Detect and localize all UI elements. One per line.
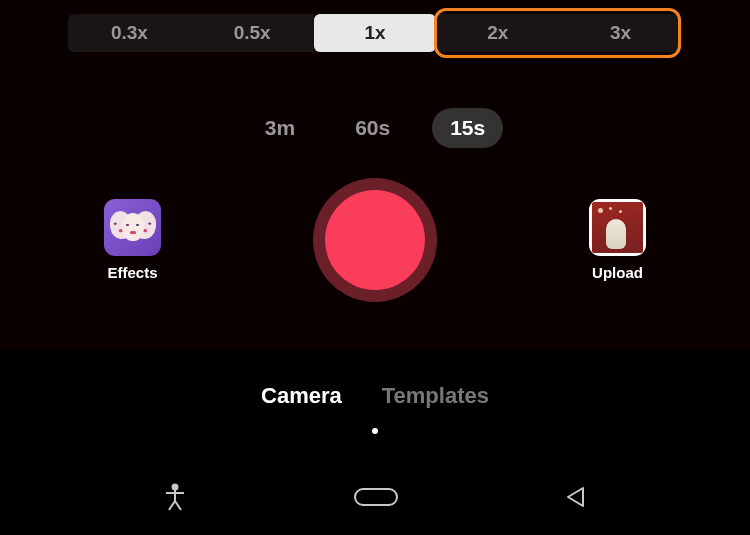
effects-button[interactable]: Effects	[104, 199, 161, 281]
duration-selector: 3m 60s 15s	[0, 108, 750, 148]
mode-tabs: Camera Templates	[0, 383, 750, 409]
upload-button[interactable]: Upload	[589, 199, 646, 281]
record-button[interactable]	[313, 178, 437, 302]
mode-indicator-dot	[372, 428, 378, 434]
speed-option-1x[interactable]: 1x	[314, 14, 437, 52]
speed-option-0-3x[interactable]: 0.3x	[68, 14, 191, 52]
accessibility-icon[interactable]	[163, 483, 187, 511]
effects-icon	[104, 199, 161, 256]
tab-templates[interactable]: Templates	[382, 383, 489, 409]
svg-point-0	[173, 485, 178, 490]
back-button[interactable]	[565, 486, 587, 508]
duration-option-60s[interactable]: 60s	[337, 108, 408, 148]
duration-option-15s[interactable]: 15s	[432, 108, 503, 148]
speed-option-2x[interactable]: 2x	[436, 14, 559, 52]
record-button-inner	[325, 190, 425, 290]
svg-line-3	[169, 501, 175, 510]
duration-option-3m[interactable]: 3m	[247, 108, 313, 148]
navigation-bar	[0, 465, 750, 535]
svg-line-4	[175, 501, 181, 510]
effects-label: Effects	[107, 264, 157, 281]
upload-icon	[589, 199, 646, 256]
speed-option-3x[interactable]: 3x	[559, 14, 682, 52]
speed-selector: 0.3x 0.5x 1x 2x 3x	[68, 14, 682, 52]
capture-row: Effects Upload	[0, 178, 750, 302]
upload-label: Upload	[592, 264, 643, 281]
back-triangle-icon	[565, 486, 587, 508]
tab-camera[interactable]: Camera	[261, 383, 342, 409]
speed-option-0-5x[interactable]: 0.5x	[191, 14, 314, 52]
home-pill-icon	[354, 488, 398, 506]
home-button[interactable]	[354, 488, 398, 506]
